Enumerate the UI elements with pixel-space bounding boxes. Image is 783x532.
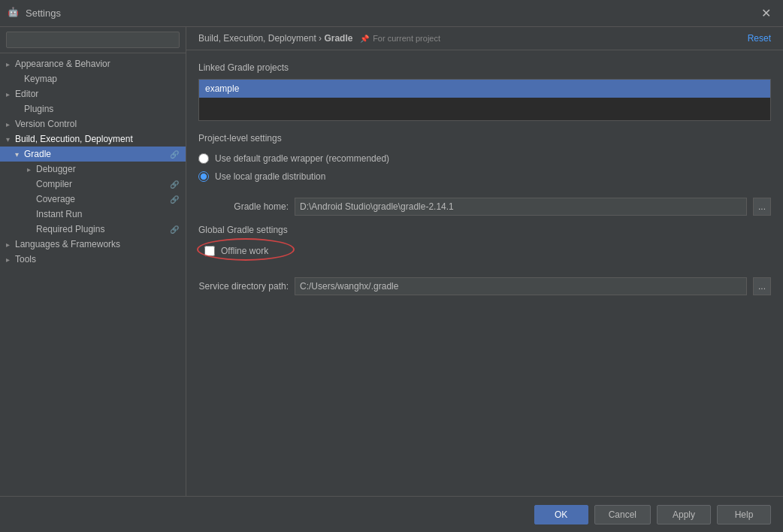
- gradle-home-input[interactable]: [295, 198, 747, 216]
- breadcrumb-separator: ›: [319, 33, 322, 44]
- cancel-button[interactable]: Cancel: [594, 505, 651, 524]
- sidebar-item-label: Instant Run: [36, 209, 180, 219]
- arrow-icon: [6, 240, 15, 249]
- linked-projects-list: example: [198, 79, 771, 121]
- radio-label-default-wrapper: Use default gradle wrapper (recommended): [215, 153, 389, 164]
- sidebar-item-label: Languages & Frameworks: [15, 239, 180, 249]
- sidebar-item-label: Compiler: [36, 179, 168, 189]
- search-input[interactable]: [6, 32, 180, 48]
- project-level-title: Project-level settings: [198, 133, 771, 144]
- service-directory-row: Service directory path: ...: [198, 277, 771, 295]
- sidebar-item-label: Version Control: [15, 119, 180, 129]
- breadcrumb-pin-icon: 📌: [360, 35, 369, 43]
- sidebar-item-debugger[interactable]: Debugger: [0, 162, 186, 177]
- project-item-name: example: [205, 83, 239, 94]
- sidebar-item-tools[interactable]: Tools: [0, 252, 186, 267]
- radio-group: Use default gradle wrapper (recommended)…: [198, 150, 771, 186]
- ok-button[interactable]: OK: [534, 505, 588, 524]
- sidebar-item-editor[interactable]: Editor: [0, 86, 186, 101]
- sidebar-item-label: Editor: [15, 89, 180, 99]
- breadcrumb-for-project: For current project: [373, 34, 440, 43]
- sidebar-tree: Appearance & Behavior Keymap Editor Plug…: [0, 53, 186, 270]
- breadcrumb: Build, Execution, Deployment › Gradle 📌 …: [198, 33, 440, 44]
- title-bar-title: Settings: [26, 8, 61, 19]
- title-bar: 🤖 Settings ✕: [0, 0, 783, 27]
- sidebar-item-label: Debugger: [36, 164, 180, 174]
- global-settings-title: Global Gradle settings: [198, 225, 771, 235]
- offline-work-row: Offline work: [204, 243, 268, 259]
- radio-default-wrapper[interactable]: Use default gradle wrapper (recommended): [198, 150, 771, 168]
- content-body: Linked Gradle projects example Project-l…: [186, 50, 783, 496]
- offline-work-label: Offline work: [221, 246, 268, 256]
- help-button[interactable]: Help: [717, 505, 771, 524]
- sidebar-item-label: Gradle: [24, 149, 168, 159]
- sidebar-item-required-plugins[interactable]: Required Plugins 🔗: [0, 222, 186, 237]
- sidebar-item-version-control[interactable]: Version Control: [0, 116, 186, 131]
- required-plugins-link-icon: 🔗: [169, 224, 180, 234]
- service-directory-label: Service directory path:: [198, 281, 289, 292]
- offline-work-checkbox[interactable]: [204, 246, 215, 256]
- arrow-icon: [6, 135, 15, 144]
- arrow-icon: [6, 255, 15, 264]
- service-directory-input[interactable]: [295, 277, 747, 295]
- sidebar-item-compiler[interactable]: Compiler 🔗: [0, 177, 186, 192]
- service-directory-browse-button[interactable]: ...: [753, 277, 771, 295]
- sidebar-item-label: Keymap: [24, 74, 180, 84]
- gradle-home-browse-button[interactable]: ...: [753, 198, 771, 216]
- arrow-icon: [6, 120, 15, 128]
- sidebar: Appearance & Behavior Keymap Editor Plug…: [0, 27, 186, 496]
- radio-local-dist[interactable]: Use local gradle distribution: [198, 168, 771, 186]
- sidebar-item-instant-run[interactable]: Instant Run: [0, 207, 186, 222]
- sidebar-item-appearance[interactable]: Appearance & Behavior: [0, 56, 186, 71]
- sidebar-item-gradle[interactable]: Gradle 🔗: [0, 147, 186, 162]
- close-button[interactable]: ✕: [757, 6, 775, 21]
- arrow-icon: [6, 60, 15, 68]
- compiler-link-icon: 🔗: [169, 179, 180, 189]
- arrow-icon: [6, 90, 15, 98]
- gradle-home-row: Gradle home: ...: [198, 198, 771, 216]
- sidebar-item-label: Appearance & Behavior: [15, 59, 180, 69]
- bottom-bar: OK Cancel Apply Help: [0, 496, 783, 532]
- radio-input-local-dist[interactable]: [198, 171, 209, 182]
- sidebar-item-keymap[interactable]: Keymap: [0, 71, 186, 86]
- arrow-icon: [27, 165, 36, 174]
- title-bar-left: 🤖 Settings: [8, 7, 61, 20]
- linked-projects-title: Linked Gradle projects: [198, 62, 771, 73]
- sidebar-item-label: Coverage: [36, 194, 168, 204]
- reset-button[interactable]: Reset: [748, 33, 771, 44]
- content-area: Build, Execution, Deployment › Gradle 📌 …: [186, 27, 783, 496]
- sidebar-item-plugins[interactable]: Plugins: [0, 101, 186, 116]
- coverage-link-icon: 🔗: [169, 194, 180, 204]
- sidebar-item-languages[interactable]: Languages & Frameworks: [0, 237, 186, 252]
- search-box: [0, 27, 186, 53]
- gradle-link-icon: 🔗: [169, 149, 180, 159]
- sidebar-item-label: Required Plugins: [36, 224, 168, 234]
- main-layout: Appearance & Behavior Keymap Editor Plug…: [0, 27, 783, 496]
- content-header: Build, Execution, Deployment › Gradle 📌 …: [186, 27, 783, 50]
- breadcrumb-path: Build, Execution, Deployment: [198, 33, 316, 44]
- sidebar-item-label: Build, Execution, Deployment: [15, 134, 180, 144]
- arrow-icon: [15, 150, 24, 159]
- project-item[interactable]: example: [199, 80, 770, 98]
- sidebar-item-label: Tools: [15, 254, 180, 264]
- project-list-empty-space: [199, 98, 770, 120]
- sidebar-item-coverage[interactable]: Coverage 🔗: [0, 192, 186, 207]
- breadcrumb-current: Gradle: [324, 33, 352, 44]
- settings-app-icon: 🤖: [8, 7, 21, 20]
- sidebar-item-label: Plugins: [24, 104, 180, 114]
- sidebar-item-build-execution[interactable]: Build, Execution, Deployment: [0, 131, 186, 147]
- gradle-home-label: Gradle home:: [198, 201, 289, 212]
- apply-button[interactable]: Apply: [657, 505, 711, 524]
- radio-label-local-dist: Use local gradle distribution: [215, 171, 325, 182]
- radio-input-default-wrapper[interactable]: [198, 153, 209, 164]
